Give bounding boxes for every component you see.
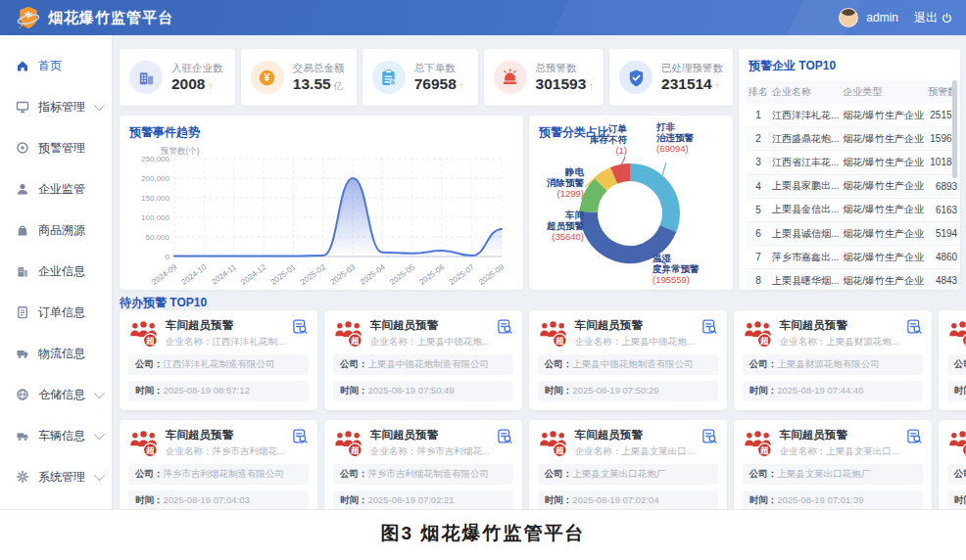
truck-icon xyxy=(16,347,29,360)
svg-text:2025-07: 2025-07 xyxy=(448,262,476,287)
todo-card-company-field: 公司：上栗县中德花炮制造有限公司 xyxy=(538,354,718,375)
todo-card-2: 超 车间超员预警 企业名称：上栗县中德花炮... 公司：上栗县中德花炮制造有限公… xyxy=(529,310,727,410)
workshop-overcrowd-icon: 超 xyxy=(128,428,159,458)
svg-text:2025-02: 2025-02 xyxy=(299,262,327,287)
stat-suffix: ↑ xyxy=(589,80,594,91)
sidebar-item-2[interactable]: 预警管理 xyxy=(0,127,112,168)
svg-text:超: 超 xyxy=(145,336,155,346)
sidebar-item-label: 订单信息 xyxy=(38,304,85,321)
table-cell: 4843 xyxy=(926,269,960,290)
svg-text:2025-03: 2025-03 xyxy=(328,262,357,287)
stat-label: 交易总金额 xyxy=(293,62,345,74)
chevron-down-icon xyxy=(94,429,105,440)
todo-card-company-field: 公司：上栗县中德花炮制造有限公司 xyxy=(333,354,513,375)
svg-text:0: 0 xyxy=(166,253,170,261)
svg-text:100,000: 100,000 xyxy=(141,213,169,222)
table-cell: 上栗县曙华烟... xyxy=(770,269,841,290)
table-row: 4上栗县家鹏出...烟花/爆竹生产企业6893 xyxy=(747,174,960,198)
building-icon xyxy=(16,264,29,278)
todo-card-3: 超 车间超员预警 企业名称：上栗县财源花炮... 公司：上栗县财源花炮有限公司 … xyxy=(734,310,932,410)
todo-card-title: 车间超员预警 xyxy=(780,428,899,443)
todo-card-company-name: 企业名称：萍乡市吉利烟花... xyxy=(166,445,285,458)
view-detail-icon[interactable] xyxy=(701,318,718,339)
sidebar-item-label: 企业监管 xyxy=(38,181,85,198)
table-cell: 烟花/爆竹生产企业 xyxy=(841,174,926,198)
sidebar-item-3[interactable]: 企业监管 xyxy=(0,168,112,210)
app-header: 烟花爆竹监管平台 admin 退出 xyxy=(0,0,966,35)
todo-card-title: 车间超员预警 xyxy=(166,428,285,443)
svg-text:2025-08: 2025-08 xyxy=(477,262,506,287)
column-header: 排名 xyxy=(747,80,770,104)
todo-title: 待办预警 TOP10 xyxy=(120,295,207,311)
todo-card-title: 车间超员预警 xyxy=(575,318,695,333)
view-detail-icon[interactable] xyxy=(701,428,718,448)
todo-card-0: 超 车间超员预警 企业名称：江西洋沣礼花制... 公司：江西洋沣礼花制造有限公司… xyxy=(120,310,317,410)
chevron-down-icon xyxy=(94,470,105,481)
companies-title: 预警企业 TOP10 xyxy=(739,49,960,78)
view-detail-icon[interactable] xyxy=(906,318,923,339)
table-scrollbar[interactable] xyxy=(952,80,957,178)
table-row: 5上栗县金信出...烟花/爆竹生产企业6163 xyxy=(747,198,960,221)
table-cell: 萍乡市嘉鑫出... xyxy=(770,246,841,269)
sidebar-item-5[interactable]: 企业信息 xyxy=(0,251,112,292)
svg-text:50,000: 50,000 xyxy=(146,233,170,242)
logout-button[interactable]: 退出 xyxy=(914,10,952,26)
view-detail-icon[interactable] xyxy=(292,318,309,339)
todo-card-8: 超 车间超员预警 企业名称：上栗县文莱出口... 公司：上栗县文莱出口花炮厂 时… xyxy=(734,420,932,510)
table-cell: 烟花/爆竹生产企业 xyxy=(841,104,926,127)
todo-card-company-name: 企业名称：萍乡市吉利烟花... xyxy=(370,445,490,458)
table-row: 8上栗县曙华烟...烟花/爆竹生产企业4843 xyxy=(747,269,960,290)
user-icon xyxy=(16,182,29,196)
sidebar-item-9[interactable]: 车辆信息 xyxy=(0,415,112,456)
monitor-icon xyxy=(16,100,29,114)
stat-value: 76958↑ xyxy=(414,74,464,93)
sidebar-item-7[interactable]: 物流信息 xyxy=(0,333,112,374)
view-detail-icon[interactable] xyxy=(497,428,513,448)
todo-grid: 超 车间超员预警 企业名称：江西洋沣礼花制... 公司：江西洋沣礼花制造有限公司… xyxy=(120,310,958,510)
sidebar-item-10[interactable]: 系统管理 xyxy=(0,456,112,497)
view-detail-icon[interactable] xyxy=(906,428,923,448)
todo-card-4: 超 车间超员预警 企业名称：萍乡市吉利烟花... 公司：萍乡市吉利烟花制造有限公… xyxy=(939,310,966,410)
svg-text:2024-12: 2024-12 xyxy=(239,262,267,287)
table-cell: 江西省江丰花... xyxy=(770,151,841,174)
view-detail-icon[interactable] xyxy=(497,318,513,339)
stat-card-3: 总预警数 301593↑ xyxy=(484,49,604,106)
table-cell: 3 xyxy=(747,151,770,174)
svg-text:2025-06: 2025-06 xyxy=(417,262,446,287)
sidebar-item-1[interactable]: 指标管理 xyxy=(0,86,112,127)
sidebar: 首页 指标管理 预警管理 企业监管 商品溯源 企业信息 订单信息 物流信息 仓储… xyxy=(0,35,112,509)
stat-value: 301593↑ xyxy=(536,74,594,93)
sidebar-item-6[interactable]: 订单信息 xyxy=(0,292,112,333)
svg-text:2024-09: 2024-09 xyxy=(150,262,178,287)
table-row: 3江西省江丰花...烟花/爆竹生产企业10184 xyxy=(747,151,960,174)
todo-card-company-field: 公司：萍乡市吉利烟花制造有限公司 xyxy=(333,464,513,485)
todo-card-title: 车间超员预警 xyxy=(780,318,899,333)
table-row: 1江西洋沣礼花...烟花/爆竹生产企业25157 xyxy=(747,104,960,127)
sidebar-item-partial[interactable] xyxy=(0,497,112,510)
sidebar-item-8[interactable]: 仓储信息 xyxy=(0,374,112,415)
todo-card-company-field: 公司：萍乡市吉利烟花制造有限公司 xyxy=(128,464,309,485)
table-cell: 烟花/爆竹生产企业 xyxy=(841,198,926,221)
stat-label: 已处理预警数 xyxy=(661,62,723,74)
svg-text:¥: ¥ xyxy=(265,72,270,83)
workshop-overcrowd-icon: 超 xyxy=(743,428,773,458)
warning-companies-panel: 预警企业 TOP10 排名企业名称企业类型预警数1江西洋沣礼花...烟花/爆竹生… xyxy=(739,49,960,290)
companies-table: 排名企业名称企业类型预警数1江西洋沣礼花...烟花/爆竹生产企业251572江西… xyxy=(747,80,960,290)
table-cell: 6 xyxy=(747,221,770,245)
sidebar-item-0[interactable]: 首页 xyxy=(0,45,112,86)
avatar xyxy=(839,8,858,27)
stat-label: 总预警数 xyxy=(536,62,594,74)
todo-card-company-name: 企业名称：上栗县中德花炮... xyxy=(575,336,695,349)
sidebar-item-label: 系统管理 xyxy=(38,469,85,486)
svg-text:2025-01: 2025-01 xyxy=(269,262,298,287)
todo-card-time-field: 时间：2025-08-19 07:50:49 xyxy=(333,381,513,401)
svg-text:超: 超 xyxy=(350,336,360,346)
table-cell: 5 xyxy=(747,198,770,221)
view-detail-icon[interactable] xyxy=(292,428,309,448)
sidebar-item-4[interactable]: 商品溯源 xyxy=(0,210,112,251)
sidebar-item-label: 预警管理 xyxy=(38,140,85,157)
todo-card-company-field: 公司：萍乡市吉利烟花制造有限公司 xyxy=(947,464,966,485)
sidebar-item-label: 企业信息 xyxy=(38,263,85,280)
todo-card-time-field: 时间：2025-08-19 07:50:29 xyxy=(538,381,718,401)
todo-card-company-field: 公司：上栗县文莱出口花炮厂 xyxy=(743,464,923,485)
